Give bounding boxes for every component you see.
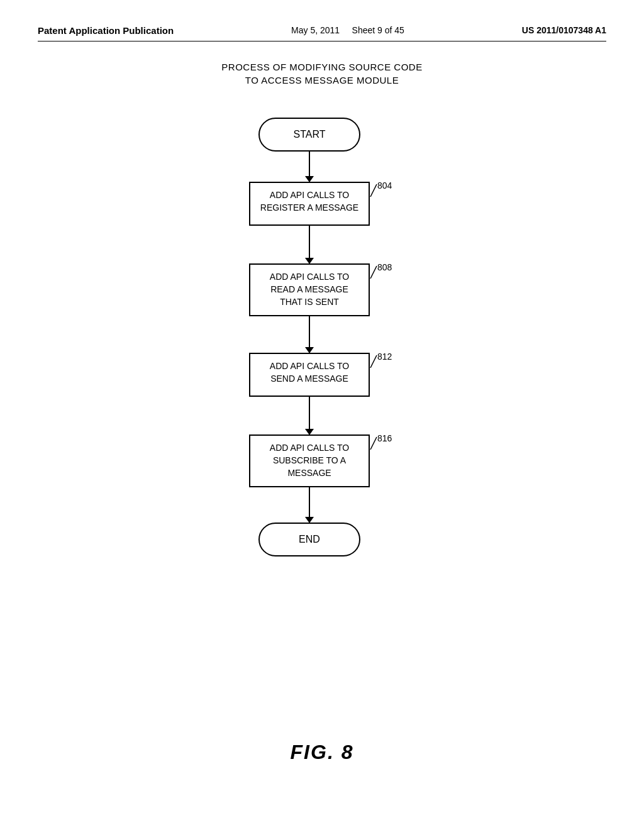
- svg-text:804: 804: [377, 180, 392, 191]
- svg-text:READ A MESSAGE: READ A MESSAGE: [270, 284, 348, 294]
- svg-line-31: [370, 437, 377, 450]
- svg-marker-10: [305, 258, 314, 264]
- header-right: US 2011/0107348 A1: [522, 25, 606, 35]
- figure-label: FIG. 8: [291, 741, 354, 764]
- svg-text:END: END: [299, 534, 320, 545]
- svg-text:ADD API CALLS TO: ADD API CALLS TO: [270, 443, 349, 453]
- page: Patent Application Publication May 5, 20…: [0, 0, 644, 830]
- svg-text:MESSAGE: MESSAGE: [287, 468, 331, 478]
- diagram-title-line1: PROCESS OF MODIFYING SOURCE CODE: [221, 62, 422, 72]
- svg-text:THAT IS SENT: THAT IS SENT: [280, 297, 339, 307]
- svg-text:ADD API CALLS TO: ADD API CALLS TO: [270, 190, 349, 200]
- svg-line-23: [370, 355, 377, 368]
- header-sheet: Sheet 9 of 45: [352, 25, 404, 35]
- svg-text:ADD API CALLS TO: ADD API CALLS TO: [270, 361, 349, 371]
- svg-text:SEND A MESSAGE: SEND A MESSAGE: [270, 374, 348, 384]
- svg-text:816: 816: [377, 433, 392, 443]
- svg-text:808: 808: [377, 262, 392, 272]
- svg-text:REGISTER A MESSAGE: REGISTER A MESSAGE: [260, 202, 358, 213]
- svg-line-16: [370, 266, 377, 279]
- header: Patent Application Publication May 5, 20…: [38, 25, 606, 42]
- svg-marker-25: [305, 429, 314, 435]
- diagram-title: PROCESS OF MODIFYING SOURCE CODE TO ACCE…: [221, 60, 422, 87]
- svg-marker-3: [305, 176, 314, 182]
- svg-marker-18: [305, 347, 314, 353]
- diagram-title-line2: TO ACCESS MESSAGE MODULE: [245, 75, 399, 86]
- header-center: May 5, 2011 Sheet 9 of 45: [291, 25, 404, 35]
- diagram-container: PROCESS OF MODIFYING SOURCE CODE TO ACCE…: [38, 60, 606, 764]
- svg-line-8: [370, 184, 377, 197]
- svg-text:ADD API CALLS TO: ADD API CALLS TO: [270, 272, 349, 282]
- svg-text:START: START: [294, 129, 326, 140]
- header-left: Patent Application Publication: [38, 25, 174, 36]
- svg-marker-33: [305, 517, 314, 523]
- svg-text:812: 812: [377, 351, 392, 362]
- svg-text:SUBSCRIBE TO A: SUBSCRIBE TO A: [273, 455, 347, 465]
- flowchart-svg: START ADD API CALLS TO REGISTER A MESSAG…: [158, 106, 486, 703]
- header-date: May 5, 2011: [291, 25, 340, 35]
